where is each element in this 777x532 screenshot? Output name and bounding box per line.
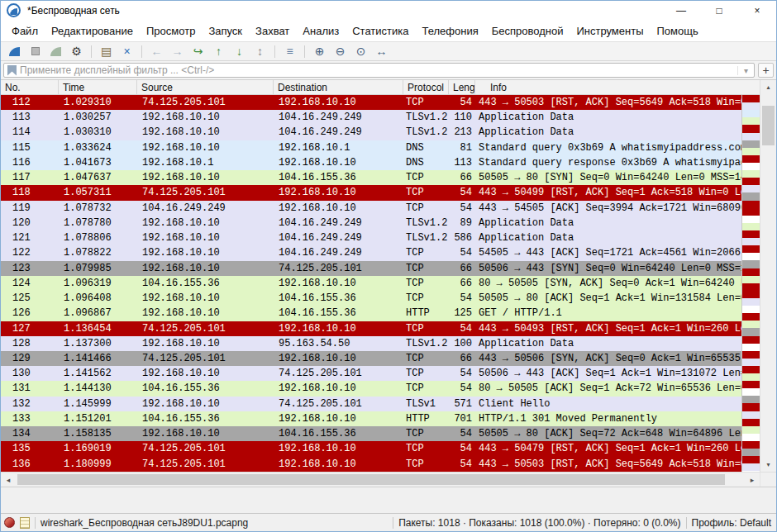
packet-row[interactable]: 1161.041673192.168.10.1192.168.10.10DNS1… (1, 155, 741, 170)
expert-info-icon[interactable] (4, 517, 15, 528)
colorize-packets-button[interactable]: ≡ (280, 44, 299, 59)
cell-proto: TCP (403, 457, 449, 472)
capture-options-button[interactable]: ⚙ (67, 44, 86, 59)
vertical-scrollbar[interactable]: ▴ ▾ (760, 80, 776, 472)
scroll-up-icon[interactable]: ▴ (760, 80, 776, 94)
column-header-time[interactable]: Time (59, 80, 137, 94)
horizontal-scroll-track[interactable] (16, 473, 745, 487)
vertical-scroll-thumb[interactable] (762, 106, 775, 145)
column-header-len[interactable]: Length (449, 80, 475, 94)
packet-row[interactable]: 1171.047637192.168.10.10104.16.155.36TCP… (1, 170, 741, 185)
zoom-normal-button[interactable]: ⊙ (351, 44, 370, 59)
menu-analyze[interactable]: Анализ (296, 22, 346, 40)
packet-minimap[interactable] (741, 95, 760, 472)
cell-src: 192.168.10.10 (137, 230, 274, 245)
display-filter-input[interactable]: Примените дисплейный фильтр ... <Ctrl-/>… (3, 63, 755, 78)
filter-bookmark-icon[interactable] (7, 65, 17, 76)
column-header-dst[interactable]: Destination (274, 80, 403, 94)
packet-row[interactable]: 1251.096408192.168.10.10104.16.155.36TCP… (1, 291, 741, 306)
cell-len: 125 (449, 306, 475, 321)
scroll-left-icon[interactable]: ◂ (1, 473, 16, 487)
column-header-src[interactable]: Source (137, 80, 274, 94)
stop-capture-button[interactable] (26, 44, 45, 59)
menu-go[interactable]: Запуск (202, 22, 249, 40)
packet-row[interactable]: 1211.078806192.168.10.10104.16.249.249TL… (1, 230, 741, 245)
cell-dst: 192.168.10.10 (274, 155, 403, 170)
packet-row[interactable]: 1301.141562192.168.10.1074.125.205.101TC… (1, 366, 741, 381)
zoom-in-icon: ⊕ (315, 45, 325, 58)
restart-capture-button[interactable] (46, 44, 65, 59)
packet-row[interactable]: 1311.144130104.16.155.36192.168.10.10TCP… (1, 381, 741, 396)
menu-telephony[interactable]: Телефония (415, 22, 484, 40)
packet-row[interactable]: 1261.096867192.168.10.10104.16.155.36HTT… (1, 306, 741, 321)
auto-scroll-button[interactable]: ↕ (250, 44, 269, 59)
cell-proto: TCP (403, 201, 449, 216)
close-file-button[interactable]: × (117, 44, 136, 59)
minimap-stripe (742, 449, 760, 456)
packet-row[interactable]: 1241.096319104.16.155.36192.168.10.10TCP… (1, 276, 741, 291)
cell-info: 443 → 50503 [RST, ACK] Seq=5649 Ack=518 … (475, 457, 741, 472)
go-to-packet-button[interactable]: ↪ (188, 44, 207, 59)
packet-row[interactable]: 1131.030257192.168.10.10104.16.249.249TL… (1, 110, 741, 125)
packet-row[interactable]: 1321.145999192.168.10.1074.125.205.101TL… (1, 397, 741, 411)
menu-statistics[interactable]: Статистика (346, 22, 415, 40)
scroll-right-icon[interactable]: ▸ (745, 473, 760, 487)
status-bar: wireshark_Беспроводная сетьJ89DU1.pcapng… (1, 513, 776, 531)
packet-row[interactable]: 1201.078780192.168.10.10104.16.249.249TL… (1, 216, 741, 230)
packet-row[interactable]: 1191.078732104.16.249.249192.168.10.10TC… (1, 201, 741, 216)
packet-row[interactable]: 1221.078822192.168.10.10104.16.249.249TC… (1, 245, 741, 260)
filter-dropdown-icon[interactable]: ▾ (737, 66, 754, 75)
cell-src: 192.168.10.10 (137, 336, 274, 351)
profile-label[interactable]: Профиль: Default (692, 517, 772, 529)
packet-row[interactable]: 1141.030310192.168.10.10104.16.249.249TL… (1, 125, 741, 140)
go-back-button[interactable]: ← (147, 44, 166, 59)
horizontal-scroll-thumb[interactable] (17, 474, 725, 485)
cell-time: 1.180999 (59, 457, 137, 472)
packet-row[interactable]: 1151.033624192.168.10.10192.168.10.1DNS8… (1, 140, 741, 155)
cell-no: 112 (1, 95, 59, 110)
menu-capture[interactable]: Захват (249, 22, 296, 40)
column-header-proto[interactable]: Protocol (403, 80, 449, 94)
menu-tools[interactable]: Инструменты (570, 22, 650, 40)
horizontal-scrollbar[interactable]: ◂ ▸ (1, 472, 776, 487)
zoom-out-button[interactable]: ⊖ (331, 44, 350, 59)
maximize-button[interactable]: □ (700, 1, 738, 20)
add-filter-button[interactable]: + (758, 63, 774, 78)
packet-row[interactable]: 1281.137300192.168.10.1095.163.54.50TLSv… (1, 336, 741, 351)
toolbar-separator (91, 45, 92, 58)
menu-wireless[interactable]: Беспроводной (485, 22, 570, 40)
cell-len: 110 (449, 110, 475, 125)
go-forward-button[interactable]: → (168, 44, 187, 59)
packet-row[interactable]: 1291.14146674.125.205.101192.168.10.10TC… (1, 351, 741, 366)
packet-row[interactable]: 1121.02931074.125.205.101192.168.10.10TC… (1, 95, 741, 110)
cell-dst: 104.16.155.36 (274, 170, 403, 185)
menu-view[interactable]: Просмотр (140, 22, 202, 40)
packet-row[interactable]: 1331.151201104.16.155.36192.168.10.10HTT… (1, 411, 741, 426)
packet-row[interactable]: 1341.158135192.168.10.10104.16.155.36TCP… (1, 426, 741, 441)
open-file-button[interactable]: ▤ (97, 44, 116, 59)
packet-row[interactable]: 1361.18099974.125.205.101192.168.10.10TC… (1, 457, 741, 472)
minimize-button[interactable]: — (662, 1, 700, 20)
cell-len: 213 (449, 125, 475, 140)
cell-dst: 74.125.205.101 (274, 366, 403, 381)
go-last-packet-button[interactable]: ↓ (230, 44, 249, 59)
menu-file[interactable]: Файл (5, 22, 45, 40)
start-capture-button[interactable] (5, 44, 24, 59)
scroll-down-icon[interactable]: ▾ (760, 458, 776, 472)
column-header-no[interactable]: No. (1, 80, 59, 94)
packet-row[interactable]: 1351.16901974.125.205.101192.168.10.10TC… (1, 441, 741, 456)
zoom-in-button[interactable]: ⊕ (310, 44, 329, 59)
cell-no: 132 (1, 397, 59, 411)
close-button[interactable]: × (738, 1, 776, 20)
packet-row[interactable]: 1181.05731174.125.205.101192.168.10.10TC… (1, 185, 741, 200)
menu-edit[interactable]: Редактирование (45, 22, 140, 40)
packet-row[interactable]: 1231.079985192.168.10.1074.125.205.101TC… (1, 261, 741, 276)
go-first-packet-button[interactable]: ↑ (209, 44, 228, 59)
cell-proto: TLSv1.2 (403, 216, 449, 230)
packet-row[interactable]: 1271.13645474.125.205.101192.168.10.10TC… (1, 321, 741, 336)
vertical-scroll-track[interactable] (760, 94, 776, 458)
resize-columns-button[interactable]: ↔ (372, 44, 391, 59)
menu-help[interactable]: Помощь (651, 22, 705, 40)
column-header-info[interactable]: Info (475, 80, 760, 94)
capture-comment-icon[interactable] (20, 517, 30, 529)
